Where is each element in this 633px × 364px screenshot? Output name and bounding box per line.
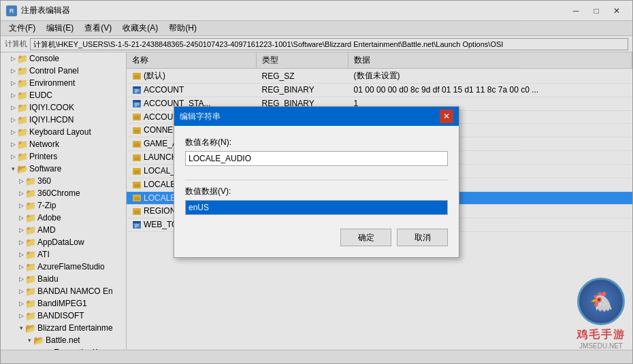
- dialog-name-input[interactable]: [185, 151, 448, 166]
- dialog-title: 编辑字符串: [180, 111, 221, 122]
- dialog-ok-button[interactable]: 确定: [340, 229, 391, 246]
- dialog-data-input[interactable]: [185, 200, 448, 215]
- main-window: R 注册表编辑器 ─ □ ✕ 文件(F) 编辑(E) 查看(V) 收藏夹(A) …: [0, 0, 633, 364]
- dialog-close-button[interactable]: ✕: [440, 110, 453, 123]
- dialog-buttons: 确定 取消: [185, 229, 448, 246]
- dialog-titlebar: 编辑字符串 ✕: [174, 107, 459, 126]
- dialog-name-label: 数值名称(N):: [185, 137, 448, 148]
- dialog-data-label: 数值数据(V):: [185, 186, 448, 197]
- dialog-overlay: 编辑字符串 ✕ 数值名称(N): 数值数据(V): 确定 取消: [1, 1, 632, 363]
- dialog-divider: [185, 180, 448, 180]
- dialog-cancel-button[interactable]: 取消: [397, 229, 448, 246]
- dialog-body: 数值名称(N): 数值数据(V): 确定 取消: [174, 126, 459, 257]
- edit-string-dialog: 编辑字符串 ✕ 数值名称(N): 数值数据(V): 确定 取消: [174, 106, 459, 258]
